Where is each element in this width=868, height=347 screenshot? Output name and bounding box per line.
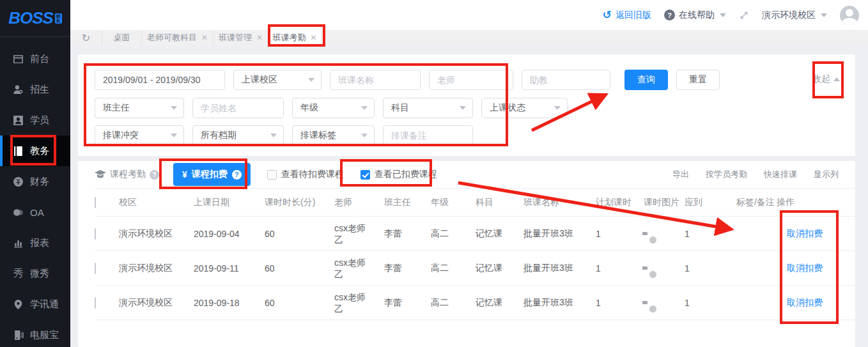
row-checkbox[interactable] [95, 228, 96, 240]
tab-bar: ↻ 桌面 老师可教科目✕ 班课管理✕ 班课考勤✕ [70, 30, 868, 45]
class-name-input[interactable] [330, 70, 420, 89]
duration-cell: 60 [265, 217, 334, 251]
refresh-tab-button[interactable]: ↻ [70, 30, 102, 45]
tab-class-management[interactable]: 班课管理✕ [213, 30, 268, 45]
main-content: 上课校区 查询 重置 班主任 [70, 45, 868, 347]
teacher-cell: csx老师乙 [334, 251, 384, 286]
attendance-by-student-link[interactable]: 按学员考勤 [706, 169, 747, 180]
app-logo[interactable]: BOSS 校长 [0, 0, 70, 37]
campus-select[interactable]: 上课校区 [233, 70, 322, 90]
help-question-icon[interactable]: ? [232, 170, 242, 180]
row-checkbox[interactable] [95, 297, 96, 309]
row-checkbox[interactable] [95, 263, 96, 274]
class-status-select[interactable]: 上课状态 [481, 98, 568, 118]
tab-desktop[interactable]: 桌面 [102, 30, 142, 45]
quick-schedule-link[interactable]: 快速排课 [764, 169, 797, 180]
column-header: 课时时长(分) [265, 189, 334, 217]
yen-icon: ¥ [182, 169, 187, 180]
schedule-period-select[interactable]: 所有档期 [192, 125, 284, 146]
undo-arrow-icon: ↺ [603, 10, 612, 20]
sidebar-item-students[interactable]: 学员 [0, 105, 70, 135]
view-deducted-checkbox[interactable]: 查看已扣费课程 [360, 169, 437, 180]
graduation-cap-icon [95, 170, 106, 179]
reset-button[interactable]: 重置 [676, 70, 720, 90]
class-name-cell: 批量开班3班 [523, 217, 596, 251]
campus-switcher[interactable]: 演示环境校区 [762, 10, 827, 21]
cancel-deduction-button[interactable]: 取消扣费 [777, 263, 823, 273]
chevron-down-icon [821, 13, 827, 17]
sidebar-item-weixiu[interactable]: 秀 微秀 [0, 258, 70, 289]
display-columns-link[interactable]: 显示列 [814, 169, 839, 180]
head-teacher-select[interactable]: 班主任 [95, 98, 184, 118]
column-header: 操作 [777, 189, 855, 217]
class-name-cell: 批量开班3班 [523, 286, 596, 320]
date-range-field[interactable] [95, 70, 225, 90]
subject-select[interactable]: 科目 [383, 98, 473, 118]
grade-cell: 高二 [431, 251, 476, 286]
grade-select[interactable]: 年级 [292, 98, 375, 118]
search-button[interactable]: 查询 [624, 70, 668, 90]
date-range-input[interactable] [95, 70, 224, 89]
window-icon [13, 54, 24, 65]
attendance-table-panel: 课程考勤 ? ¥ 课程扣费 ? 查看待扣费课程 查看已扣费课程 导出 [78, 161, 855, 347]
schedule-remark-input[interactable] [384, 126, 472, 145]
course-deduct-button[interactable]: ¥ 课程扣费 ? [173, 163, 251, 186]
user-avatar[interactable] [840, 6, 859, 25]
sidebar-item-dianfubao[interactable]: 电服宝 [0, 320, 70, 347]
assistant-input[interactable] [522, 70, 610, 89]
chevron-down-icon [361, 134, 368, 137]
close-icon[interactable]: ✕ [310, 33, 316, 42]
head-teacher-cell: 李蕾 [384, 217, 431, 251]
chevron-down-icon [308, 78, 314, 82]
column-header: 课时图片 [644, 189, 685, 217]
student-name-input[interactable] [193, 98, 283, 118]
date-cell: 2019-09-04 [194, 217, 265, 251]
tag-remark-cell [736, 251, 777, 286]
back-to-old-version-link[interactable]: ↺ 返回旧版 [603, 10, 651, 21]
assistant-field[interactable] [522, 70, 610, 90]
subject-cell: 记忆课 [476, 251, 523, 286]
column-header: 年级 [431, 189, 476, 217]
collapse-filters-link[interactable]: 收起 [812, 73, 840, 85]
help-question-icon[interactable]: ? [150, 170, 159, 180]
class-name-field[interactable] [330, 70, 421, 90]
teacher-field[interactable] [429, 70, 513, 90]
person-card-icon [13, 115, 24, 126]
select-all-checkbox[interactable] [95, 197, 96, 208]
export-link[interactable]: 导出 [672, 169, 689, 180]
teacher-input[interactable] [430, 70, 513, 89]
expand-arrows-icon [739, 10, 749, 20]
schedule-tag-select[interactable]: 排课标签 [292, 125, 375, 146]
tab-class-attendance[interactable]: 班课考勤✕ [268, 30, 321, 45]
cancel-deduction-button[interactable]: 取消扣费 [777, 297, 823, 307]
head-teacher-cell: 李蕾 [384, 251, 431, 286]
view-pending-deduction-checkbox[interactable]: 查看待扣费课程 [267, 169, 344, 180]
sidebar-item-oa[interactable]: OA [0, 197, 70, 227]
column-header: 科目 [476, 189, 523, 217]
sidebar-item-academics[interactable]: 教务 [0, 135, 70, 166]
schedule-remark-field[interactable] [383, 125, 473, 146]
course-attendance-button[interactable]: 课程考勤 ? [95, 169, 159, 180]
close-icon[interactable]: ✕ [201, 33, 208, 42]
location-pin-icon [13, 299, 24, 310]
sidebar-item-reports[interactable]: 报表 [0, 227, 70, 258]
phone-wave-icon [13, 330, 24, 341]
grade-cell: 高二 [431, 217, 476, 251]
sidebar-item-finance[interactable]: 财务 [0, 166, 70, 197]
table-row: 演示环境校区 2019-09-11 60 csx老师乙 李蕾 高二 记忆课 批量… [95, 251, 855, 286]
checkbox-checked-icon[interactable] [360, 170, 370, 180]
sidebar-item-xuexuntong[interactable]: 学讯通 [0, 289, 70, 320]
student-name-field[interactable] [192, 98, 284, 118]
schedule-conflict-select[interactable]: 排课冲突 [95, 125, 184, 146]
cancel-deduction-button[interactable]: 取消扣费 [777, 228, 823, 238]
sidebar-item-admissions[interactable]: 招生 [0, 74, 70, 105]
checkbox-unchecked-icon[interactable] [267, 170, 277, 180]
subject-cell: 记忆课 [476, 217, 523, 251]
table-action-links: 导出 按学员考勤 快速排课 显示列 [672, 169, 839, 180]
close-icon[interactable]: ✕ [256, 33, 263, 42]
app-window: BOSS 校长 前台 招生 学员 教务 财务 [0, 0, 868, 347]
online-help-menu[interactable]: ? 在线帮助 [664, 10, 726, 21]
fullscreen-toggle[interactable] [739, 10, 749, 20]
sidebar-item-frontdesk[interactable]: 前台 [0, 43, 70, 74]
tab-teacher-subjects[interactable]: 老师可教科目✕ [142, 30, 213, 45]
